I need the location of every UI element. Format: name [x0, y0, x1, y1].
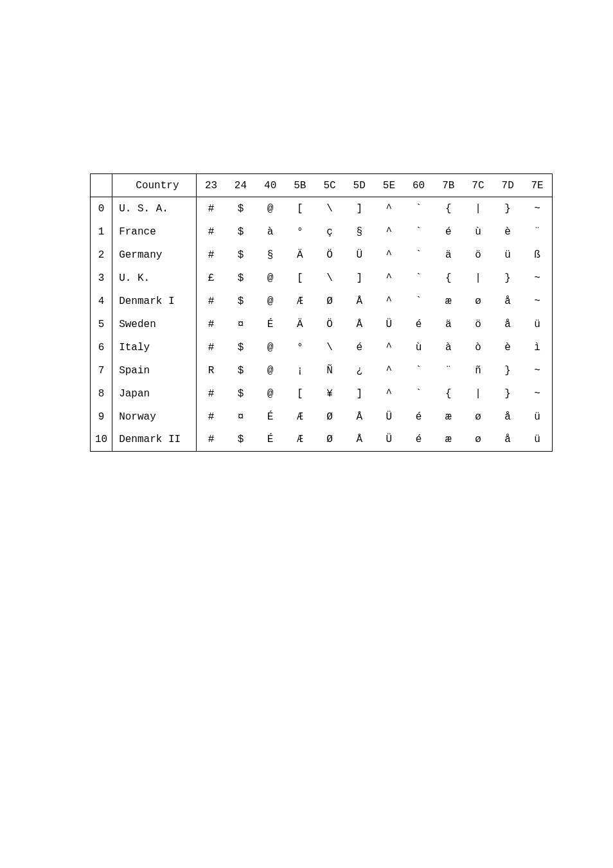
char-cell: ä: [434, 244, 463, 267]
char-cell: @: [256, 336, 285, 359]
table-row: 5Sweden#¤ÉÄÖÅÜéäöåü: [91, 313, 553, 336]
char-cell: #: [196, 244, 226, 267]
char-cell: ç: [315, 220, 344, 244]
char-cell: ^: [374, 336, 404, 359]
char-cell: É: [256, 405, 285, 429]
char-cell: å: [493, 313, 522, 336]
row-index: 9: [91, 405, 112, 429]
char-cell: }: [493, 382, 522, 405]
char-cell: Ü: [344, 244, 374, 267]
char-cell: ^: [374, 359, 404, 382]
table-row: 6Italy#$@°\é^ùàòèì: [91, 336, 553, 359]
char-cell: ¡: [285, 359, 315, 382]
table-row: 10Denmark II#$ÉÆØÅÜéæøåü: [91, 429, 553, 452]
col-header-40: 40: [256, 174, 285, 197]
char-cell: Ñ: [315, 359, 344, 382]
char-cell: @: [256, 382, 285, 405]
table-row: 4Denmark I#$@ÆØÅ^`æøå~: [91, 290, 553, 313]
char-cell: Å: [344, 429, 374, 452]
char-cell: Ø: [315, 429, 344, 452]
document-page: Country 23 24 40 5B 5C 5D 5E 60 7B 7C 7D…: [0, 0, 613, 452]
col-header-7B: 7B: [434, 174, 463, 197]
char-cell: Æ: [285, 405, 315, 429]
char-cell: ^: [374, 220, 404, 244]
char-cell: ¿: [344, 359, 374, 382]
char-cell: é: [434, 220, 463, 244]
char-cell: ¤: [226, 313, 255, 336]
char-cell: |: [463, 197, 493, 220]
table-row: 8Japan#$@[¥]^`{|}~: [91, 382, 553, 405]
char-cell: é: [404, 429, 433, 452]
char-cell: ß: [522, 244, 552, 267]
row-index: 4: [91, 290, 112, 313]
char-cell: Ü: [374, 405, 404, 429]
char-cell: É: [256, 429, 285, 452]
char-cell: §: [344, 220, 374, 244]
char-cell: ò: [463, 336, 493, 359]
char-cell: $: [226, 382, 255, 405]
char-cell: ]: [344, 197, 374, 220]
char-cell: Ü: [374, 429, 404, 452]
row-index: 3: [91, 267, 112, 290]
col-header-7D: 7D: [493, 174, 522, 197]
char-cell: ø: [463, 429, 493, 452]
char-cell: à: [434, 336, 463, 359]
col-header-country: Country: [112, 174, 197, 197]
char-cell: \: [315, 267, 344, 290]
row-index: 10: [91, 429, 112, 452]
char-cell: #: [196, 220, 226, 244]
char-cell: é: [404, 313, 433, 336]
char-cell: Å: [344, 290, 374, 313]
char-cell: ¨: [522, 220, 552, 244]
char-cell: ^: [374, 290, 404, 313]
col-header-7C: 7C: [463, 174, 493, 197]
country-name: France: [112, 220, 197, 244]
table-row: 0U. S. A.#$@[\]^`{|}~: [91, 197, 553, 220]
char-cell: É: [256, 313, 285, 336]
char-cell: ü: [522, 429, 552, 452]
char-cell: @: [256, 267, 285, 290]
char-cell: R: [196, 359, 226, 382]
country-name: Denmark II: [112, 429, 197, 452]
char-cell: ä: [434, 313, 463, 336]
char-cell: [: [285, 197, 315, 220]
char-cell: ø: [463, 405, 493, 429]
char-cell: `: [404, 290, 433, 313]
col-header-index: [91, 174, 112, 197]
row-index: 2: [91, 244, 112, 267]
char-cell: \: [315, 336, 344, 359]
char-cell: [: [285, 267, 315, 290]
char-cell: Æ: [285, 290, 315, 313]
char-cell: é: [404, 405, 433, 429]
char-cell: $: [226, 267, 255, 290]
char-cell: °: [285, 336, 315, 359]
country-name: U. K.: [112, 267, 197, 290]
char-cell: ^: [374, 382, 404, 405]
char-cell: ì: [522, 336, 552, 359]
char-cell: `: [404, 267, 433, 290]
char-cell: #: [196, 313, 226, 336]
char-cell: |: [463, 382, 493, 405]
char-cell: £: [196, 267, 226, 290]
char-cell: ~: [522, 290, 552, 313]
country-name: Italy: [112, 336, 197, 359]
char-cell: $: [226, 290, 255, 313]
char-cell: ö: [463, 313, 493, 336]
char-cell: }: [493, 267, 522, 290]
char-cell: è: [493, 336, 522, 359]
char-cell: ¥: [315, 382, 344, 405]
char-cell: æ: [434, 429, 463, 452]
char-cell: #: [196, 290, 226, 313]
char-cell: @: [256, 197, 285, 220]
row-index: 0: [91, 197, 112, 220]
char-cell: ]: [344, 382, 374, 405]
char-cell: ¨: [434, 359, 463, 382]
col-header-5D: 5D: [344, 174, 374, 197]
char-cell: @: [256, 290, 285, 313]
char-cell: Å: [344, 405, 374, 429]
country-name: Germany: [112, 244, 197, 267]
table-row: 3U. K.£$@[\]^`{|}~: [91, 267, 553, 290]
char-cell: §: [256, 244, 285, 267]
char-cell: @: [256, 359, 285, 382]
char-cell: #: [196, 405, 226, 429]
